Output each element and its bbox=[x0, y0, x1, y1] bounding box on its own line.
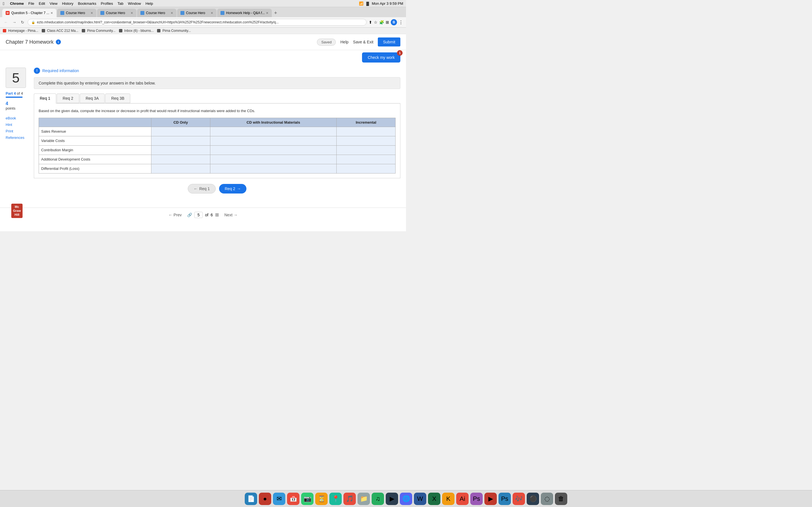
tab-1-close[interactable]: ✕ bbox=[50, 11, 53, 15]
bookmark-star-icon[interactable]: ☆ bbox=[374, 20, 377, 24]
print-link[interactable]: Print bbox=[6, 129, 28, 133]
bookmark-3[interactable]: Pima Community... bbox=[82, 29, 115, 33]
cell-sales-incremental[interactable] bbox=[337, 127, 396, 136]
menubar-window[interactable]: Window bbox=[128, 1, 141, 6]
tab-2-close[interactable]: ✕ bbox=[91, 11, 93, 15]
back-button[interactable]: ← bbox=[3, 19, 9, 25]
reload-button[interactable]: ↻ bbox=[20, 19, 26, 25]
hint-link[interactable]: Hint bbox=[6, 122, 28, 127]
tab-5-label: Course Hero bbox=[186, 11, 209, 15]
menubar-bookmarks[interactable]: Bookmarks bbox=[78, 1, 96, 6]
tab-bar: M Question 5 - Chapter 7 ... ✕ Course He… bbox=[0, 7, 406, 17]
cell-additional-incremental[interactable] bbox=[337, 155, 396, 164]
cell-additional-cd-only[interactable] bbox=[151, 155, 210, 164]
cell-variable-cd-only[interactable] bbox=[151, 136, 210, 145]
cell-differential-incremental[interactable] bbox=[337, 164, 396, 173]
browser-chrome: M Question 5 - Chapter 7 ... ✕ Course He… bbox=[0, 7, 406, 34]
menubar-app[interactable]: Chrome bbox=[10, 1, 24, 6]
tab-6[interactable]: Homework Help - Q&A f... ✕ bbox=[217, 9, 272, 17]
cell-contribution-cd-only[interactable] bbox=[151, 145, 210, 155]
forward-button[interactable]: → bbox=[11, 19, 17, 25]
prev-arrow-icon: ← bbox=[194, 186, 198, 191]
references-link[interactable]: References bbox=[6, 135, 28, 140]
cell-differential-cd-with[interactable] bbox=[210, 164, 337, 173]
profile-icon[interactable]: B bbox=[391, 19, 397, 25]
save-exit-button[interactable]: Save & Exit bbox=[353, 40, 373, 44]
more-icon[interactable]: ⋮ bbox=[399, 20, 403, 25]
tab-5[interactable]: Course Hero ✕ bbox=[177, 9, 216, 17]
new-tab-button[interactable]: + bbox=[272, 10, 279, 16]
tab-2-favicon bbox=[60, 11, 64, 15]
apple-icon[interactable]:  bbox=[3, 1, 4, 6]
question-number: 5 bbox=[12, 70, 20, 86]
help-button[interactable]: Help bbox=[340, 40, 349, 44]
tab-req3a[interactable]: Req 3A bbox=[80, 94, 105, 103]
check-my-work-label: Check my work bbox=[368, 55, 395, 60]
cell-contribution-incremental[interactable] bbox=[337, 145, 396, 155]
bottom-area: McGrawHill ← Prev 🔗 5 of 6 ⊞ Next → bbox=[0, 208, 406, 222]
tab-req1[interactable]: Req 1 bbox=[34, 94, 56, 104]
info-icon[interactable]: i bbox=[56, 40, 61, 45]
page-number-display: 🔗 5 of 6 ⊞ bbox=[187, 212, 218, 218]
left-panel: 5 Part 4 of 4 4 points eBook Hint Print … bbox=[6, 68, 28, 193]
menubar-view[interactable]: View bbox=[50, 1, 57, 6]
cell-variable-cd-with[interactable] bbox=[210, 136, 337, 145]
url-field[interactable]: 🔒 ezto.mheducation.com/ext/map/index.htm… bbox=[28, 19, 366, 25]
menubar-edit[interactable]: Edit bbox=[39, 1, 45, 6]
tab-3[interactable]: Course Hero ✕ bbox=[97, 9, 137, 17]
tab-4-close[interactable]: ✕ bbox=[170, 11, 173, 15]
ebook-link[interactable]: eBook bbox=[6, 116, 28, 120]
cell-variable-incremental[interactable] bbox=[337, 136, 396, 145]
cell-contribution-cd-with[interactable] bbox=[210, 145, 337, 155]
points-label: points bbox=[6, 106, 15, 110]
tab-2[interactable]: Course Hero ✕ bbox=[57, 9, 96, 17]
cell-sales-cd-only[interactable] bbox=[151, 127, 210, 136]
extensions-area: ⬆ ☆ 🧩 ⊞ B ⋮ bbox=[369, 19, 403, 25]
tab-req2[interactable]: Req 2 bbox=[57, 94, 79, 103]
prev-req-button[interactable]: ← Req 1 bbox=[188, 184, 216, 193]
check-my-work-button[interactable]: Check my work 1 bbox=[362, 52, 400, 62]
menubar-history[interactable]: History bbox=[62, 1, 73, 6]
bookmark-4[interactable]: Inbox (6) - bburns... bbox=[119, 29, 154, 33]
menubar-help[interactable]: Help bbox=[146, 1, 153, 6]
table-row: Variable Costs bbox=[39, 136, 396, 145]
col-header-empty bbox=[39, 118, 151, 127]
header-right: Saved Help Save & Exit Submit bbox=[317, 38, 400, 47]
tab-1-label: Question 5 - Chapter 7 ... bbox=[11, 11, 49, 15]
next-page-arrow: → bbox=[234, 213, 238, 217]
cell-differential-cd-only[interactable] bbox=[151, 164, 210, 173]
tab-req3b[interactable]: Req 3B bbox=[105, 94, 130, 103]
menubar-profiles[interactable]: Profiles bbox=[101, 1, 113, 6]
tab-4[interactable]: Course Hero ✕ bbox=[137, 9, 176, 17]
menubar-file[interactable]: File bbox=[29, 1, 35, 6]
saved-badge: Saved bbox=[317, 39, 336, 46]
sidebar-toggle-icon[interactable]: ⊞ bbox=[386, 20, 389, 24]
puzzle-icon[interactable]: 🧩 bbox=[379, 20, 384, 24]
bookmark-2[interactable]: Class ACC 212 Ma... bbox=[42, 29, 79, 33]
share-icon[interactable]: ⬆ bbox=[369, 20, 372, 24]
menubar-tab[interactable]: Tab bbox=[117, 1, 123, 6]
total-pages: 6 bbox=[211, 213, 213, 217]
cell-additional-cd-with[interactable] bbox=[210, 155, 337, 164]
menubar-left:  Chrome File Edit View History Bookmark… bbox=[3, 1, 153, 6]
col-header-cd-only: CD Only bbox=[151, 118, 210, 127]
table-row: Differential Profit (Loss) bbox=[39, 164, 396, 173]
tab-6-close[interactable]: ✕ bbox=[266, 11, 268, 15]
tab-5-close[interactable]: ✕ bbox=[211, 11, 213, 15]
prev-page-button[interactable]: ← Prev bbox=[168, 213, 182, 217]
required-info: ! Required information bbox=[34, 68, 400, 74]
bookmark-5[interactable]: Pima Community... bbox=[157, 29, 191, 33]
row-label-sales: Sales Revenue bbox=[39, 127, 151, 136]
grid-icon[interactable]: ⊞ bbox=[215, 212, 219, 217]
page-number-box[interactable]: 5 bbox=[194, 212, 203, 218]
tab-1[interactable]: M Question 5 - Chapter 7 ... ✕ bbox=[2, 9, 56, 17]
address-bar: ← → ↻ 🔒 ezto.mheducation.com/ext/map/ind… bbox=[0, 17, 406, 27]
cell-sales-cd-with[interactable] bbox=[210, 127, 337, 136]
tab-3-close[interactable]: ✕ bbox=[131, 11, 133, 15]
tab-4-label: Course Hero bbox=[146, 11, 169, 15]
of-label: of bbox=[205, 213, 208, 217]
next-req-button[interactable]: Req 2 → bbox=[219, 184, 246, 193]
next-page-button[interactable]: Next → bbox=[224, 213, 238, 217]
bookmark-1[interactable]: Homepage - Pima... bbox=[3, 29, 38, 33]
submit-button[interactable]: Submit bbox=[378, 38, 400, 47]
